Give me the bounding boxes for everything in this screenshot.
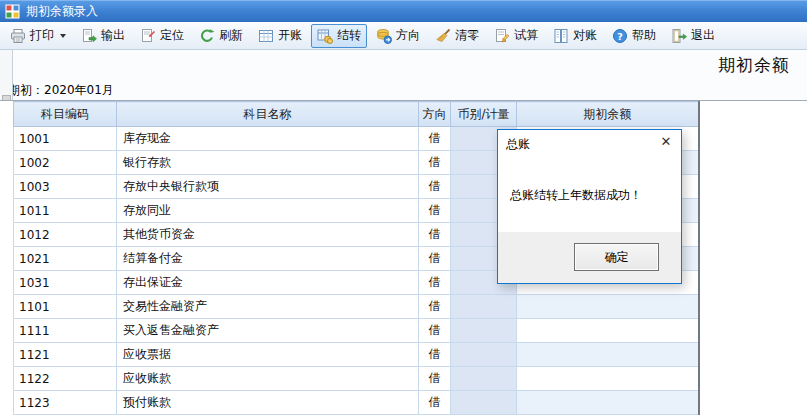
direction-cell: 借 — [419, 343, 451, 367]
help-icon: ? — [612, 28, 628, 44]
column-header: 方向 — [419, 102, 451, 127]
toolbar-button-label: 开账 — [278, 27, 302, 44]
account-name-cell: 买入返售金融资产 — [117, 319, 419, 343]
currency-unit-cell[interactable] — [451, 367, 517, 391]
direction-cell: 借 — [419, 295, 451, 319]
table-row[interactable]: 1111买入返售金融资产借 — [14, 319, 699, 343]
toolbar-button-label: 输出 — [101, 27, 125, 44]
direction-coins-icon — [376, 28, 392, 44]
print-button[interactable]: 打印 — [4, 24, 72, 48]
opening-balance-cell[interactable] — [517, 319, 699, 343]
reconcile-icon — [553, 28, 569, 44]
currency-unit-cell[interactable] — [451, 295, 517, 319]
table-row[interactable]: 1122应收账款借 — [14, 367, 699, 391]
direction-cell: 借 — [419, 127, 451, 151]
toolbar-button-label: 试算 — [514, 27, 538, 44]
currency-unit-cell[interactable] — [451, 343, 517, 367]
account-code-cell: 1121 — [14, 343, 117, 367]
toolbar-button-label: 帮助 — [632, 27, 656, 44]
ok-button[interactable]: 确定 — [574, 243, 659, 271]
account-name-cell: 结算备付金 — [117, 247, 419, 271]
toolbar: 打印输出定位刷新开账结转方向清零试算对账?帮助退出 — [0, 22, 807, 50]
column-header: 币别/计量 — [451, 102, 517, 127]
account-name-cell: 存放同业 — [117, 199, 419, 223]
direction-cell: 借 — [419, 391, 451, 415]
account-code-cell: 1122 — [14, 367, 117, 391]
app-window: 期初余额录入 打印输出定位刷新开账结转方向清零试算对账?帮助退出 期初余额 期初… — [0, 0, 807, 416]
column-header: 科目编码 — [14, 102, 117, 127]
open-account-icon — [258, 28, 274, 44]
table-row[interactable]: 1101交易性金融资产借 — [14, 295, 699, 319]
dropdown-caret-icon[interactable] — [60, 34, 66, 38]
account-code-cell: 1012 — [14, 223, 117, 247]
direction-cell: 借 — [419, 175, 451, 199]
period-label: 期初：2020年01月 — [8, 82, 114, 99]
toolbar-button-label: 打印 — [30, 27, 54, 44]
currency-unit-cell[interactable] — [451, 319, 517, 343]
account-code-cell: 1011 — [14, 199, 117, 223]
opening-balance-cell[interactable] — [517, 367, 699, 391]
close-icon[interactable]: ✕ — [657, 133, 675, 151]
table-row[interactable]: 1123预付账款借 — [14, 391, 699, 415]
currency-unit-cell[interactable] — [451, 391, 517, 415]
account-code-cell: 1002 — [14, 151, 117, 175]
refresh-button[interactable]: 刷新 — [193, 24, 249, 48]
direction-cell: 借 — [419, 223, 451, 247]
locate-icon — [140, 28, 156, 44]
direction-cell: 借 — [419, 367, 451, 391]
trial-calc-icon — [494, 28, 510, 44]
account-code-cell: 1031 — [14, 271, 117, 295]
direction-cell: 借 — [419, 199, 451, 223]
exit-icon — [671, 28, 687, 44]
toolbar-button-label: 结转 — [337, 27, 361, 44]
locate-button[interactable]: 定位 — [134, 24, 190, 48]
account-name-cell: 预付账款 — [117, 391, 419, 415]
exit-button[interactable]: 退出 — [665, 24, 721, 48]
direction-cell: 借 — [419, 319, 451, 343]
window-titlebar: 期初余额录入 — [0, 0, 807, 22]
account-name-cell: 应收账款 — [117, 367, 419, 391]
reconcile-button[interactable]: 对账 — [547, 24, 603, 48]
refresh-icon — [199, 28, 215, 44]
account-name-cell: 存出保证金 — [117, 271, 419, 295]
account-code-cell: 1111 — [14, 319, 117, 343]
account-code-cell: 1021 — [14, 247, 117, 271]
account-code-cell: 1101 — [14, 295, 117, 319]
carry-forward-button[interactable]: 结转 — [311, 24, 367, 48]
opening-balance-cell[interactable] — [517, 295, 699, 319]
table-header-row: 科目编码科目名称方向币别/计量期初余额 — [14, 102, 699, 127]
message-dialog: 总账 ✕ 总账结转上年数据成功！ 确定 — [497, 129, 682, 284]
account-name-cell: 应收票据 — [117, 343, 419, 367]
broom-icon — [435, 28, 451, 44]
open-account-button[interactable]: 开账 — [252, 24, 308, 48]
toolbar-button-label: 刷新 — [219, 27, 243, 44]
direction-button[interactable]: 方向 — [370, 24, 426, 48]
account-name-cell: 交易性金融资产 — [117, 295, 419, 319]
table-row[interactable]: 1121应收票据借 — [14, 343, 699, 367]
account-code-cell: 1123 — [14, 391, 117, 415]
export-button[interactable]: 输出 — [75, 24, 131, 48]
account-name-cell: 其他货币资金 — [117, 223, 419, 247]
header-band: 期初余额 期初：2020年01月 — [0, 50, 807, 100]
toolbar-button-label: 定位 — [160, 27, 184, 44]
direction-cell: 借 — [419, 271, 451, 295]
dialog-footer: 确定 — [498, 232, 681, 283]
toolbar-button-label: 对账 — [573, 27, 597, 44]
opening-balance-cell[interactable] — [517, 391, 699, 415]
carry-forward-icon — [317, 28, 333, 44]
dialog-title: 总账 — [506, 136, 530, 153]
opening-balance-cell[interactable] — [517, 343, 699, 367]
column-header: 科目名称 — [117, 102, 419, 127]
help-button[interactable]: ?帮助 — [606, 24, 662, 48]
toolbar-button-label: 方向 — [396, 27, 420, 44]
export-icon — [81, 28, 97, 44]
account-name-cell: 库存现金 — [117, 127, 419, 151]
trial-balance-button[interactable]: 试算 — [488, 24, 544, 48]
account-name-cell: 存放中央银行款项 — [117, 175, 419, 199]
account-name-cell: 银行存款 — [117, 151, 419, 175]
direction-cell: 借 — [419, 151, 451, 175]
clear-zero-button[interactable]: 清零 — [429, 24, 485, 48]
account-code-cell: 1001 — [14, 127, 117, 151]
print-icon — [10, 28, 26, 44]
window-title: 期初余额录入 — [26, 3, 98, 20]
